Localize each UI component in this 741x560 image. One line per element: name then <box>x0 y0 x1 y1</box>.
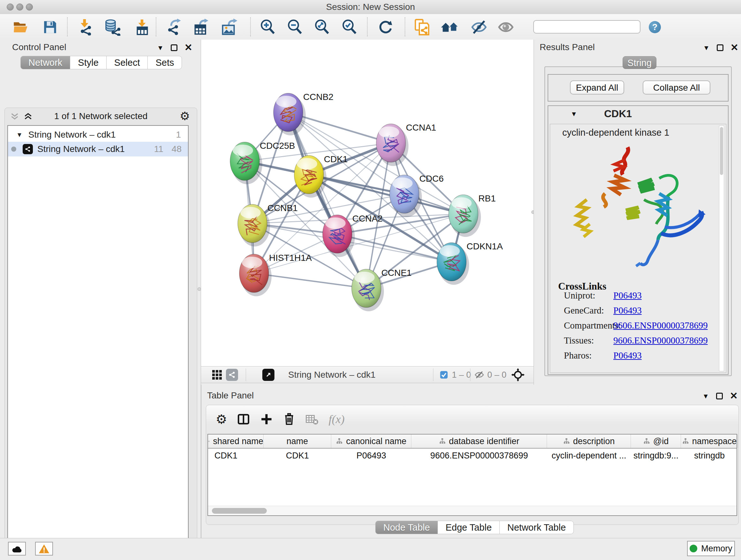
gene-description: cyclin-dependent kinase 1 <box>562 127 669 138</box>
network-node-ccna2[interactable] <box>323 215 355 257</box>
show-all-button[interactable] <box>496 18 515 37</box>
node-table-container: ⚙ f(x) shared namenamecanonical namedata… <box>206 405 739 525</box>
save-session-button[interactable] <box>41 18 59 37</box>
network-node-ccne1[interactable] <box>352 269 384 311</box>
results-buttons-box: Expand All Collapse All <box>548 74 729 102</box>
collapse-entry-icon[interactable]: ▼ <box>570 111 577 117</box>
column-header-name[interactable]: name <box>264 435 331 448</box>
crosslink-link[interactable]: P06493 <box>613 350 642 361</box>
tab-string[interactable]: String <box>623 56 657 69</box>
tab-network[interactable]: Network <box>20 56 70 69</box>
zoom-in-button[interactable] <box>259 18 277 37</box>
column-header-description[interactable]: description <box>547 435 631 448</box>
function-builder-icon[interactable]: f(x) <box>329 413 345 426</box>
network-view-toolbar: String Network – cdk1 1 – 0 0 – 0 <box>201 366 534 383</box>
help-button[interactable]: ? <box>649 21 661 33</box>
network-node-cdc6[interactable] <box>390 175 422 217</box>
network-row[interactable]: String Network – cdk1 11 48 <box>8 142 188 157</box>
table-cell[interactable]: cyclin-dependent ... <box>547 449 631 462</box>
tab-sets[interactable]: Sets <box>148 56 182 69</box>
float-panel-icon[interactable] <box>717 44 724 51</box>
column-header-database-identifier[interactable]: database identifier <box>411 435 547 448</box>
delete-table-icon[interactable] <box>305 413 319 426</box>
cloud-status-button[interactable] <box>8 542 26 556</box>
grid-view-button[interactable] <box>211 369 223 381</box>
zoom-selected-button[interactable] <box>340 18 359 37</box>
results-scrollbar-thumb[interactable] <box>720 127 723 175</box>
network-node-ccnb2[interactable] <box>273 93 306 135</box>
column-type-icon <box>336 438 343 445</box>
add-column-icon[interactable] <box>260 413 273 426</box>
warnings-button[interactable] <box>35 542 53 556</box>
tab-select[interactable]: Select <box>107 56 148 69</box>
left-splitter-handle[interactable] <box>198 287 201 291</box>
apply-layout-button[interactable] <box>377 18 395 37</box>
tab-style[interactable]: Style <box>70 56 106 69</box>
close-panel-icon[interactable]: ✕ <box>731 43 738 52</box>
network-node-cdkn1a[interactable] <box>437 243 469 285</box>
table-cell[interactable]: CDK1 <box>264 449 331 462</box>
zoom-fit-button[interactable] <box>313 18 331 37</box>
network-options-gear-icon[interactable]: ⚙ <box>180 111 190 122</box>
crosslink-link[interactable]: 9606.ENSP00000378699 <box>613 320 708 331</box>
table-cell[interactable]: CDK1 <box>208 449 264 462</box>
table-cell[interactable]: stringdb <box>681 449 738 462</box>
export-network-button[interactable] <box>165 18 183 37</box>
share-icon <box>228 371 236 379</box>
table-scrollbar-thumb[interactable] <box>212 508 267 514</box>
import-table-button[interactable] <box>133 18 152 37</box>
show-columns-icon[interactable] <box>237 413 250 426</box>
table-cell[interactable]: 9606.ENSP00000378699 <box>411 449 547 462</box>
column-header-namespace[interactable]: namespace <box>681 435 738 448</box>
search-input[interactable] <box>537 22 645 32</box>
delete-column-icon[interactable] <box>283 413 295 426</box>
selected-nodes-checkbox[interactable] <box>440 369 448 381</box>
network-canvas[interactable]: CCNB2CCNA1CDC25BCDK1CDC6RB1CCNB1CCNA2CDK… <box>201 40 534 366</box>
open-session-button[interactable] <box>11 18 30 37</box>
results-scrollbar[interactable] <box>719 125 724 371</box>
close-panel-icon[interactable]: ✕ <box>730 391 738 401</box>
table-cell[interactable]: stringdb:9... <box>631 449 681 462</box>
hide-selected-button[interactable] <box>470 18 488 37</box>
tab-network-table[interactable]: Network Table <box>500 521 574 534</box>
crosslink-link[interactable]: P06493 <box>613 290 642 301</box>
string-view-button[interactable] <box>226 369 238 381</box>
zoom-out-button[interactable] <box>286 18 304 37</box>
hidden-toggle[interactable] <box>474 369 484 381</box>
import-network-from-database-button[interactable] <box>103 18 121 37</box>
first-neighbors-button[interactable] <box>441 18 459 37</box>
node-label: CDC6 <box>419 174 444 184</box>
column-header-canonical-name[interactable]: canonical name <box>331 435 411 448</box>
table-horizontal-scrollbar[interactable] <box>208 506 737 515</box>
column-header-shared-name[interactable]: shared name <box>208 435 264 448</box>
collapse-all-button[interactable]: Collapse All <box>643 80 711 95</box>
float-panel-icon[interactable] <box>171 44 178 51</box>
network-graph[interactable]: CCNB2CCNA1CDC25BCDK1CDC6RB1CCNB1CCNA2CDK… <box>201 40 534 366</box>
panel-menu-icon[interactable]: ▼ <box>157 44 164 51</box>
table-cell[interactable]: P06493 <box>331 449 411 462</box>
tab-edge-table[interactable]: Edge Table <box>438 521 500 534</box>
panel-menu-icon[interactable]: ▼ <box>702 393 709 399</box>
column-header--id[interactable]: @id <box>631 435 681 448</box>
network-collection-row[interactable]: ▼ String Network – cdk1 1 <box>8 128 188 142</box>
float-panel-icon[interactable] <box>716 393 723 399</box>
table-options-gear-icon[interactable]: ⚙ <box>216 413 227 426</box>
network-node-ccnb1[interactable] <box>238 204 270 246</box>
export-image-button[interactable] <box>220 18 239 37</box>
crosslink-link[interactable]: 9606.ENSP00000378699 <box>613 335 708 346</box>
tab-node-table[interactable]: Node Table <box>375 521 438 534</box>
export-table-button[interactable] <box>192 18 211 37</box>
close-panel-icon[interactable]: ✕ <box>185 43 192 52</box>
expand-all-button[interactable]: Expand All <box>570 80 624 95</box>
network-node-cdc25b[interactable] <box>230 142 262 184</box>
birds-eye-view-button[interactable] <box>262 369 274 381</box>
import-network-button[interactable] <box>76 18 94 37</box>
network-node-rb1[interactable] <box>449 195 481 237</box>
crosslink-link[interactable]: P06493 <box>613 305 642 316</box>
memory-button[interactable]: Memory <box>687 541 735 556</box>
clone-network-button[interactable] <box>413 18 431 37</box>
fit-selected-button[interactable] <box>511 369 525 381</box>
collapse-arrow-icon[interactable]: ▼ <box>16 131 23 138</box>
network-node-hist1h1a[interactable] <box>239 254 272 296</box>
panel-menu-icon[interactable]: ▼ <box>703 44 710 51</box>
